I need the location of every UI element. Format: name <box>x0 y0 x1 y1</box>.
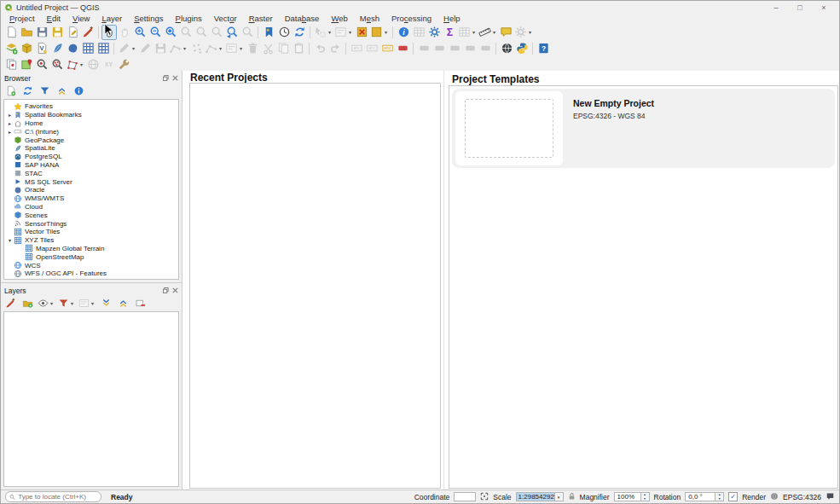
spinner-arrows[interactable]: ▴▾ <box>715 493 723 501</box>
locator-bar[interactable] <box>5 491 101 502</box>
browser-item-xyz-tiles[interactable]: ▾XYZ Tiles <box>4 236 178 245</box>
browser-item-wcs[interactable]: WCS <box>4 261 178 269</box>
browser-item-cloud[interactable]: Cloud <box>4 203 178 211</box>
deselect-all-button[interactable] <box>354 25 369 40</box>
browser-item-postgresql[interactable]: PostgreSQL <box>4 153 178 161</box>
options-wrench-button[interactable] <box>116 57 131 72</box>
maximize-button[interactable]: □ <box>788 3 812 13</box>
browser-item-ms-sql-server[interactable]: MS SQL Server <box>4 177 178 186</box>
statistics-panel-button[interactable]: Σ <box>442 25 457 40</box>
browser-item-mapzen-global-terrain[interactable]: Mapzen Global Terrain <box>4 245 178 253</box>
browser-item-c-intune[interactable]: ▸C:\ (Intune) <box>4 127 178 136</box>
browser-item-oracle[interactable]: Oracle <box>4 186 178 194</box>
pin-labels-button[interactable] <box>395 41 410 56</box>
new-print-layout-button[interactable] <box>65 25 80 40</box>
expand-all-button[interactable] <box>98 296 113 311</box>
refresh-map-button[interactable] <box>292 25 307 40</box>
zoom-last-button[interactable] <box>224 25 240 40</box>
browser-item-sensorthings[interactable]: SensorThings <box>4 219 178 228</box>
menu-web[interactable]: Web <box>325 14 353 23</box>
menu-view[interactable]: View <box>67 14 96 23</box>
menu-mesh[interactable]: Mesh <box>354 14 385 23</box>
browser-item-geopackage[interactable]: GeoPackage <box>4 136 178 144</box>
zoom-full-button[interactable] <box>163 25 178 40</box>
minimize-button[interactable]: – <box>764 3 788 13</box>
new-temporary-scratch-layer-button[interactable] <box>65 41 80 56</box>
new-project-button[interactable] <box>3 25 19 40</box>
browser-item-favorites[interactable]: Favorites <box>4 102 178 111</box>
identify-features-button[interactable]: i <box>396 25 411 40</box>
new-bookmark-marker-button[interactable] <box>19 57 34 72</box>
browser-item-wfs-ogc-api-features[interactable]: WFS / OGC API - Features <box>4 269 178 278</box>
browser-item-openstreetmap[interactable]: OpenStreetMap <box>4 252 178 261</box>
magnifier-spinner[interactable]: 100% ▴▾ <box>614 492 650 501</box>
browser-item-spatialite[interactable]: SpatiaLite <box>4 144 178 153</box>
template-card-new-empty-project[interactable]: New Empty Project EPSG:4326 - WGS 84 <box>452 89 835 168</box>
lock-scale-icon[interactable] <box>568 492 576 502</box>
scale-combobox[interactable]: 1:29854292 ▾ <box>516 492 564 501</box>
copy-style-button[interactable] <box>3 57 19 72</box>
menu-processing[interactable]: Processing <box>385 14 437 23</box>
browser-item-vector-tiles[interactable]: Vector Tiles <box>4 228 178 236</box>
processing-toolbox-button[interactable] <box>426 25 442 40</box>
close-button[interactable]: × <box>812 3 836 13</box>
manage-map-themes-button[interactable]: ▾ <box>37 296 55 311</box>
metasearch-button[interactable] <box>499 41 514 56</box>
collapse-all-button[interactable] <box>54 84 69 99</box>
browser-item-wms-wmts[interactable]: WMS/WMTS <box>4 194 178 203</box>
messages-bubble-icon[interactable] <box>826 492 835 502</box>
zoom-in-button[interactable] <box>132 25 148 40</box>
style-manager-button[interactable] <box>80 25 96 40</box>
measure-button[interactable]: ▾ <box>478 25 498 40</box>
menu-database[interactable]: Database <box>279 14 326 23</box>
new-mesh-layer-button[interactable] <box>96 41 111 56</box>
collapse-all-layers-button[interactable] <box>115 296 130 311</box>
float-panel-button[interactable] <box>163 75 169 81</box>
expand-arrow-icon[interactable]: ▾ <box>6 237 14 243</box>
crs-globe-icon[interactable] <box>770 492 779 502</box>
pan-map-button[interactable] <box>101 25 117 40</box>
close-panel-button[interactable] <box>172 287 178 293</box>
close-panel-button[interactable] <box>172 75 178 81</box>
save-project-button[interactable] <box>34 25 49 40</box>
menu-help[interactable]: Help <box>437 14 466 23</box>
crs-status[interactable]: EPSG:4326 <box>783 493 821 501</box>
chevron-down-icon[interactable]: ▾ <box>554 493 563 501</box>
menu-edit[interactable]: Edit <box>41 14 67 23</box>
filter-browser-button[interactable] <box>37 84 52 99</box>
move-feature-button[interactable]: ▾ <box>65 57 85 72</box>
welcome-splitter[interactable] <box>443 71 444 490</box>
spinner-arrows[interactable]: ▴▾ <box>640 493 649 501</box>
python-console-button[interactable] <box>514 41 530 56</box>
save-project-as-button[interactable] <box>49 25 65 40</box>
zoom-to-point-button[interactable] <box>34 57 49 72</box>
coordinate-input[interactable] <box>454 492 476 501</box>
help-contents-button[interactable]: ? <box>536 41 551 56</box>
menu-plugins[interactable]: Plugins <box>170 14 208 23</box>
menu-layer[interactable]: Layer <box>96 14 128 23</box>
rotation-spinner[interactable]: 0,0 ° ▴▾ <box>685 492 724 501</box>
menu-raster[interactable]: Raster <box>243 14 279 23</box>
expand-arrow-icon[interactable]: ▸ <box>6 120 14 126</box>
browser-item-spatial-bookmarks[interactable]: ▸Spatial Bookmarks <box>4 111 178 119</box>
browser-item-sap-hana[interactable]: SAP HANA <box>4 161 178 170</box>
refresh-browser-button[interactable] <box>20 84 35 99</box>
recent-projects-list[interactable] <box>189 83 441 489</box>
show-spatial-bookmarks-button[interactable] <box>261 25 276 40</box>
zoom-out-button[interactable] <box>148 25 163 40</box>
layers-list-empty[interactable] <box>3 311 179 487</box>
open-project-button[interactable] <box>19 25 34 40</box>
add-selected-layers-button[interactable] <box>3 84 18 99</box>
highlight-labels-button[interactable]: abc <box>379 41 395 56</box>
zoom-to-vertices-button[interactable] <box>49 57 65 72</box>
properties-widget-button[interactable] <box>71 84 86 99</box>
browser-item-stac[interactable]: STAC <box>4 169 178 177</box>
menu-settings[interactable]: Settings <box>128 14 169 23</box>
remove-layer-button[interactable] <box>132 296 148 311</box>
render-checkbox[interactable]: ✓ <box>728 492 738 501</box>
data-source-manager-button[interactable] <box>3 41 19 56</box>
select-by-value-button[interactable]: ▾ <box>369 25 390 40</box>
add-group-button[interactable] <box>20 296 35 311</box>
float-panel-button[interactable] <box>163 287 169 293</box>
menu-project[interactable]: Project <box>3 14 41 23</box>
